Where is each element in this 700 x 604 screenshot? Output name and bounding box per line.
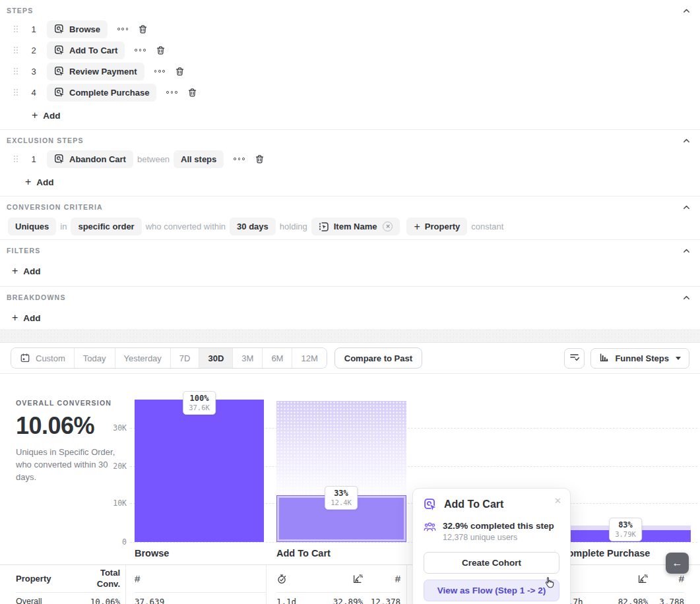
conversion-rate-column-icon[interactable]: % bbox=[352, 574, 363, 584]
delete-step-trash-icon[interactable] bbox=[138, 24, 148, 34]
exclusion-event-pill[interactable]: Abandon Cart bbox=[47, 150, 133, 168]
exclusion-range-label: All steps bbox=[181, 154, 216, 164]
date-range-label: Yesterday bbox=[124, 353, 162, 363]
step-event-pill[interactable]: Browse bbox=[47, 20, 108, 38]
event-icon bbox=[424, 498, 437, 511]
drag-handle-icon[interactable] bbox=[13, 67, 19, 75]
delete-step-trash-icon[interactable] bbox=[156, 45, 166, 55]
holding-property-pill[interactable]: Item Name ✕ bbox=[311, 218, 400, 235]
date-range-6m[interactable]: 6M bbox=[262, 348, 292, 368]
event-icon bbox=[54, 24, 65, 34]
between-text: between bbox=[137, 154, 170, 164]
chart-type-label: Funnel Steps bbox=[615, 353, 669, 363]
conversion-rate-column-icon[interactable]: % bbox=[637, 574, 648, 584]
chart-options-button[interactable] bbox=[564, 348, 585, 369]
date-range-label: 7D bbox=[179, 353, 191, 363]
event-icon bbox=[54, 45, 65, 55]
date-range-30d-selected[interactable]: 30D bbox=[199, 348, 232, 368]
more-options-icon[interactable] bbox=[135, 49, 145, 51]
step-event-label: Add To Cart bbox=[69, 45, 117, 55]
add-filter-button[interactable]: + Add bbox=[12, 262, 41, 280]
counting-method-pill[interactable]: Uniques bbox=[8, 218, 56, 235]
add-exclusion-button[interactable]: + Add bbox=[25, 173, 54, 191]
date-range-yesterday[interactable]: Yesterday bbox=[115, 348, 170, 368]
collapse-breakdowns-chevron-up-icon[interactable] bbox=[682, 293, 691, 302]
total-conversion-column-header[interactable]: Total Conv. bbox=[84, 565, 120, 593]
collapse-exclusion-chevron-up-icon[interactable] bbox=[682, 136, 691, 145]
date-range-today[interactable]: Today bbox=[74, 348, 115, 368]
drag-handle-icon[interactable] bbox=[13, 155, 19, 163]
date-range-12m[interactable]: 12M bbox=[292, 348, 326, 368]
conversion-window-label: 30 days bbox=[237, 222, 269, 231]
drag-handle-icon[interactable] bbox=[13, 25, 19, 33]
count-column-icon[interactable]: # bbox=[135, 573, 140, 584]
overall-conversion-description: Uniques in Specific Order, who converted… bbox=[16, 446, 123, 484]
add-step-button[interactable]: + Add bbox=[32, 107, 61, 124]
step-row: 3 Review Payment bbox=[13, 62, 700, 80]
plus-icon: + bbox=[32, 110, 38, 121]
step-event-pill[interactable]: Add To Cart bbox=[47, 42, 125, 59]
chart-toolbar: Custom Today Yesterday 7D 30D 3M 6M 12M … bbox=[0, 343, 700, 374]
step1-count: 37,639 bbox=[135, 593, 266, 604]
delete-exclusion-trash-icon[interactable] bbox=[255, 154, 265, 164]
add-property-label: Property bbox=[425, 222, 460, 231]
date-range-label: 30D bbox=[208, 353, 224, 363]
more-options-icon[interactable] bbox=[166, 91, 177, 94]
close-icon[interactable]: ✕ bbox=[554, 496, 561, 506]
funnel-bar-browse[interactable] bbox=[135, 400, 264, 542]
delete-step-trash-icon[interactable] bbox=[175, 67, 185, 76]
exclusion-steps-label: EXCLUSION STEPS bbox=[7, 136, 84, 144]
step-event-label: Review Payment bbox=[69, 67, 137, 76]
remove-property-icon[interactable]: ✕ bbox=[383, 222, 393, 231]
view-as-flow-button[interactable]: View as Flow (Step 1 -> 2) bbox=[424, 580, 559, 601]
date-range-custom[interactable]: Custom bbox=[11, 348, 74, 368]
add-breakdown-button[interactable]: + Add bbox=[12, 309, 41, 326]
counting-method-label: Uniques bbox=[15, 222, 49, 231]
date-range-3m[interactable]: 3M bbox=[232, 348, 262, 368]
date-range-selector: Custom Today Yesterday 7D 30D 3M 6M 12M bbox=[11, 347, 327, 369]
bar-percent: 33% bbox=[331, 489, 352, 498]
more-options-icon[interactable] bbox=[234, 158, 244, 160]
conversion-window-pill[interactable]: 30 days bbox=[230, 218, 276, 235]
add-property-pill[interactable]: + Property bbox=[406, 218, 467, 235]
create-cohort-button[interactable]: Create Cohort bbox=[424, 552, 559, 574]
delete-step-trash-icon[interactable] bbox=[187, 88, 197, 98]
avg-time-column-icon[interactable] bbox=[276, 574, 287, 584]
step-number: 4 bbox=[29, 88, 38, 98]
plus-icon: + bbox=[414, 222, 420, 232]
date-range-label: 12M bbox=[301, 353, 317, 363]
exclusion-event-label: Abandon Cart bbox=[69, 154, 126, 164]
converted-within-text: who converted within bbox=[146, 222, 226, 231]
x-axis-label-browse: Browse bbox=[135, 548, 169, 559]
order-label: specific order bbox=[78, 222, 134, 231]
date-range-label: 6M bbox=[271, 353, 283, 363]
holding-text: holding bbox=[280, 222, 307, 231]
more-options-icon[interactable] bbox=[154, 70, 165, 73]
overall-total-conversion: 10.06% bbox=[84, 593, 120, 604]
step-event-pill[interactable]: Complete Purchase bbox=[47, 84, 156, 102]
compare-to-past-button[interactable]: Compare to Past bbox=[334, 347, 422, 369]
drag-handle-icon[interactable] bbox=[13, 88, 19, 96]
step2-time: 1.1d bbox=[276, 593, 313, 604]
property-column-header[interactable]: Property bbox=[16, 565, 84, 593]
exclusion-range-pill[interactable]: All steps bbox=[174, 150, 224, 168]
count-column-icon[interactable]: # bbox=[679, 573, 684, 584]
drag-handle-icon[interactable] bbox=[13, 46, 19, 54]
chart-type-dropdown[interactable]: Funnel Steps bbox=[590, 348, 689, 369]
step-number: 2 bbox=[29, 45, 38, 55]
order-pill[interactable]: specific order bbox=[71, 218, 141, 235]
date-range-label: 3M bbox=[241, 353, 253, 363]
conversion-criteria-label: CONVERSION CRITERIA bbox=[7, 203, 103, 211]
collapse-criteria-chevron-up-icon[interactable] bbox=[682, 203, 691, 212]
y-axis-tick: 10K bbox=[99, 498, 127, 508]
more-options-icon[interactable] bbox=[117, 28, 128, 30]
users-icon bbox=[424, 522, 436, 532]
step2-rate: 32.89% bbox=[313, 593, 363, 604]
date-range-7d[interactable]: 7D bbox=[170, 348, 199, 368]
overall-row-label: Overall bbox=[16, 593, 84, 604]
collapse-filters-chevron-up-icon[interactable] bbox=[682, 247, 691, 255]
collapse-steps-chevron-up-icon[interactable] bbox=[682, 7, 691, 15]
count-column-icon[interactable]: # bbox=[395, 573, 400, 584]
step-event-pill[interactable]: Review Payment bbox=[47, 63, 144, 80]
scroll-back-button[interactable]: ← bbox=[666, 553, 689, 574]
